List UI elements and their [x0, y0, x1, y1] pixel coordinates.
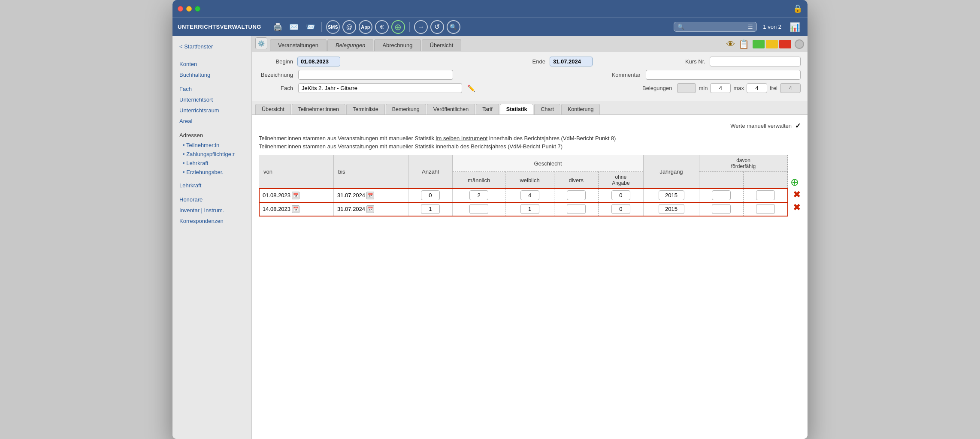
print-icon[interactable]: 🖨️ — [271, 21, 284, 33]
bars-chart-icon[interactable]: 📊 — [787, 21, 802, 33]
note-icon[interactable]: 📋 — [738, 39, 749, 49]
eye-icon[interactable]: 👁 — [726, 39, 735, 49]
tab-veranstaltungen[interactable]: Veranstaltungen — [270, 39, 327, 51]
bezeichnung-input[interactable] — [298, 70, 453, 80]
sidebar-item-fach[interactable]: Fach — [172, 84, 251, 94]
sub-tab-bemerkung[interactable]: Bemerkung — [386, 104, 426, 114]
divers-input-2[interactable] — [567, 204, 586, 214]
weiblich-input-2[interactable] — [520, 204, 539, 214]
cell-bis-1[interactable]: 31.07.2024 📅 — [334, 189, 408, 202]
minimize-button[interactable] — [186, 6, 192, 12]
sidebar-item-unterrichtsort[interactable]: Unterrichtsort — [172, 94, 251, 105]
settings-icon[interactable]: ⚙️ — [255, 37, 267, 49]
cell-foerder1-2[interactable] — [699, 202, 743, 216]
sms-icon[interactable]: SMS — [326, 20, 340, 34]
sub-tab-ubersicht[interactable]: Übersicht — [255, 104, 291, 114]
maennlich-input-2[interactable] — [469, 204, 488, 214]
foerder2-input-2[interactable] — [756, 204, 775, 214]
cell-foerder1-1[interactable] — [699, 189, 743, 202]
cell-weiblich-2[interactable] — [505, 202, 554, 216]
sidebar-item-inventar[interactable]: Inventar | Instrum. — [172, 205, 251, 216]
toggle-circle[interactable] — [795, 39, 804, 49]
delete-row-2-button[interactable]: ✖ — [793, 202, 801, 213]
cell-jahrgang-2[interactable] — [644, 202, 699, 216]
cal-von-2[interactable]: 📅 — [292, 205, 299, 213]
cell-divers-2[interactable] — [554, 202, 598, 216]
sub-tab-teilnehmerinnen[interactable]: Teilnehmer:innen — [292, 104, 345, 114]
sidebar-item-lehrkraft[interactable]: Lehrkraft — [172, 180, 251, 191]
foerder1-input-1[interactable] — [712, 190, 731, 200]
sidebar-item-unterrichtsraum[interactable]: Unterrichtsraum — [172, 105, 251, 116]
anzahl-input-2[interactable] — [421, 204, 440, 214]
kommentar-input[interactable] — [646, 70, 801, 80]
fach-edit-icon[interactable]: ✏️ — [467, 84, 475, 92]
cal-von-1[interactable]: 📅 — [292, 192, 299, 199]
foerder1-input-2[interactable] — [712, 204, 731, 214]
sidebar-item-back[interactable]: < Startfenster — [172, 41, 251, 52]
mail-icon[interactable]: ✉️ — [287, 21, 301, 33]
weiblich-input-1[interactable] — [520, 190, 539, 200]
cell-foerder2-2[interactable] — [743, 202, 787, 216]
arrow-right-icon[interactable]: → — [414, 20, 428, 34]
delete-row-1-button[interactable]: ✖ — [793, 189, 801, 200]
cal-bis-1[interactable]: 📅 — [366, 192, 374, 199]
search-circle-icon[interactable]: 🔍 — [447, 20, 460, 34]
jahrgang-input-2[interactable] — [659, 204, 684, 214]
cell-von-1[interactable]: 01.08.2023 📅 — [259, 189, 334, 202]
sub-tab-kontierung[interactable]: Kontierung — [561, 104, 600, 114]
cell-ohne-2[interactable] — [598, 202, 643, 216]
cell-von-2[interactable]: 14.08.2023 📅 — [259, 202, 334, 216]
maennlich-input-1[interactable] — [469, 190, 488, 200]
table-row[interactable]: 01.08.2023 📅 31.07.2024 📅 — [259, 189, 788, 202]
cell-maennlich-2[interactable] — [452, 202, 505, 216]
sidebar-item-konten[interactable]: Konten — [172, 59, 251, 69]
cell-divers-1[interactable] — [554, 189, 598, 202]
divers-input-1[interactable] — [567, 190, 586, 200]
euro-icon[interactable]: € — [375, 20, 389, 34]
ende-input[interactable] — [550, 57, 593, 66]
sidebar-item-korrespondenzen[interactable]: Korrespondenzen — [172, 216, 251, 226]
sub-tab-veroffentlichen[interactable]: Veröffentlichen — [427, 104, 475, 114]
tab-ubersicht[interactable]: Übersicht — [422, 39, 462, 51]
sub-tab-terminliste[interactable]: Terminliste — [346, 104, 385, 114]
app-icon[interactable]: App — [359, 20, 372, 34]
mail2-icon[interactable]: 📨 — [303, 21, 317, 33]
color-red[interactable] — [779, 40, 791, 48]
sidebar-item-honorare[interactable]: Honorare — [172, 194, 251, 205]
sidebar-item-erziehungsber[interactable]: • Erziehungsber. — [172, 168, 251, 177]
sidebar-item-lehrkraft-addr[interactable]: • Lehrkraft — [172, 159, 251, 168]
sub-tab-chart[interactable]: Chart — [534, 104, 560, 114]
sidebar-item-areal[interactable]: Areal — [172, 116, 251, 126]
add-circle-icon[interactable]: ⊕ — [391, 20, 405, 34]
jahrgang-input-1[interactable] — [659, 190, 684, 200]
table-row[interactable]: 14.08.2023 📅 31.07.2024 📅 — [259, 202, 788, 216]
foerder2-input-1[interactable] — [756, 190, 775, 200]
sub-tab-tarif[interactable]: Tarif — [476, 104, 499, 114]
cell-jahrgang-1[interactable] — [644, 189, 699, 202]
maximize-button[interactable] — [195, 6, 200, 12]
sidebar-item-teilnehmer[interactable]: • Teilnehmer:in — [172, 141, 251, 150]
frei-input[interactable] — [780, 83, 801, 93]
cell-bis-2[interactable]: 31.07.2024 📅 — [334, 202, 408, 216]
kurs-nr-input[interactable] — [710, 57, 801, 66]
sidebar-item-buchhaltung[interactable]: Buchhaltung — [172, 69, 251, 80]
sub-tab-statistik[interactable]: Statistik — [500, 104, 534, 114]
beginn-input[interactable] — [297, 57, 340, 66]
cell-weiblich-1[interactable] — [505, 189, 554, 202]
tab-abrechnung[interactable]: Abrechnung — [374, 39, 420, 51]
cell-anzahl-1[interactable] — [408, 189, 453, 202]
color-yellow[interactable] — [766, 40, 778, 48]
search-input[interactable] — [686, 24, 746, 30]
cell-ohne-1[interactable] — [598, 189, 643, 202]
fach-input[interactable] — [298, 83, 462, 93]
ohne-input-1[interactable] — [611, 190, 630, 200]
min-input[interactable] — [710, 83, 731, 93]
ohne-input-2[interactable] — [611, 204, 630, 214]
cell-maennlich-1[interactable] — [452, 189, 505, 202]
max-input[interactable] — [747, 83, 767, 93]
refresh-icon[interactable]: ↺ — [430, 20, 444, 34]
sidebar-item-zahlungspflichtige[interactable]: • Zahlungspflichtige:r — [172, 150, 251, 159]
anzahl-input-1[interactable] — [421, 190, 440, 200]
close-button[interactable] — [178, 6, 183, 12]
at-icon[interactable]: @ — [342, 20, 356, 34]
